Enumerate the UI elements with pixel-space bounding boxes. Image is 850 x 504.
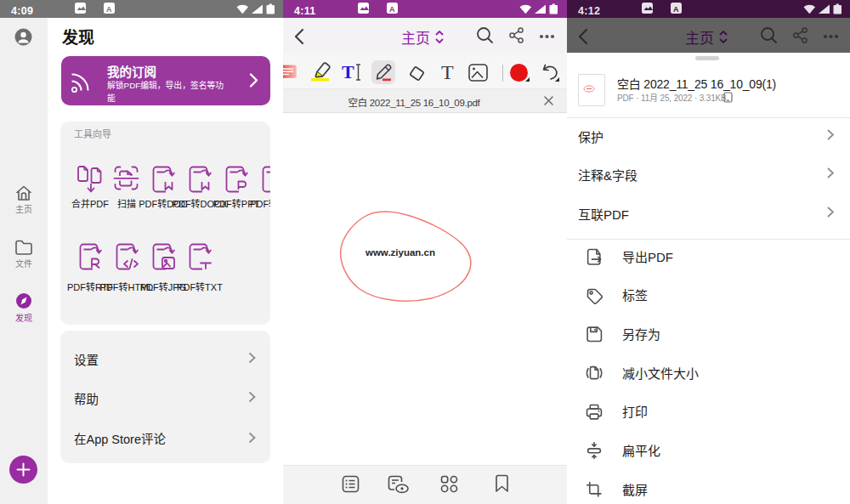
svg-text:T: T (342, 63, 354, 82)
svg-text:T: T (441, 61, 454, 82)
svg-text:A: A (106, 5, 112, 14)
svg-text:A: A (389, 5, 395, 14)
svg-text:A: A (673, 5, 679, 14)
